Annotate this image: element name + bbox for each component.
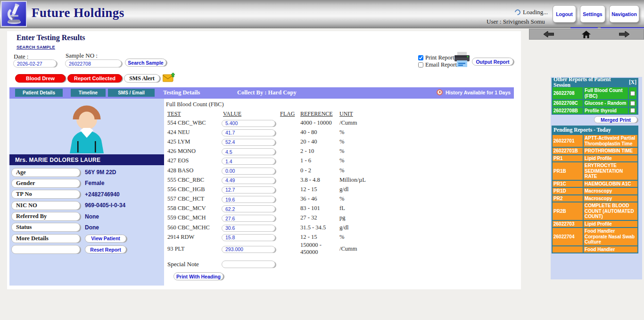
tab-sms-email[interactable]: SMS / Email [108, 89, 155, 97]
test-value-input[interactable] [222, 129, 275, 136]
test-value-input[interactable] [222, 158, 275, 165]
pending-report-row[interactable]: 26022703Lipid Profile [553, 221, 637, 227]
print-with-heading-button[interactable]: Print With Heading [173, 272, 223, 280]
test-name: 556 CBC_HGB [166, 186, 222, 193]
test-value-input[interactable] [222, 234, 275, 241]
test-reference: 3.8 - 4.8 [299, 177, 338, 184]
report-id: PR1D [553, 188, 583, 194]
nav-back-button[interactable] [544, 31, 554, 37]
patient-field-label: Gender [11, 179, 80, 188]
report-name: Macroscopy [584, 195, 637, 202]
test-reference: 2 - 10 [299, 148, 338, 155]
section-bar: Patient Details Timeline SMS / Email Tes… [9, 87, 514, 99]
test-name: 428 BASO [166, 167, 222, 174]
other-report-row[interactable]: 26022708BProfile thyroid [553, 108, 637, 114]
report-select-checkbox[interactable] [630, 101, 635, 106]
pending-report-row[interactable]: PR1BERYTROCYTE SEDIMENTATION RATE [553, 162, 637, 180]
test-value-cell [222, 195, 279, 203]
test-unit: % [338, 138, 366, 145]
merged-print-button[interactable]: Merged Print [594, 116, 637, 123]
settings-button[interactable]: Settings [580, 5, 605, 23]
sample-no-input[interactable] [65, 59, 122, 67]
test-unit: % [338, 148, 366, 155]
test-name: 560 CBC_MCHC [166, 224, 222, 231]
report-select-checkbox[interactable] [630, 91, 635, 96]
test-unit: g/dl [338, 224, 366, 231]
test-value-input[interactable] [222, 246, 275, 253]
email-report-checkbox[interactable] [418, 62, 423, 67]
navigation-button[interactable]: Navigation [609, 5, 639, 23]
test-value-input[interactable] [222, 186, 275, 194]
patient-field-value: 969-0405-I-0-34 [85, 202, 125, 209]
special-note-input[interactable] [222, 261, 275, 268]
test-unit: /Cumm [338, 245, 366, 253]
sms-alert-button[interactable]: SMS Alert [124, 74, 160, 83]
report-id: 26022701 [553, 135, 583, 147]
test-reference: 27 - 32 [299, 214, 338, 221]
patient-field-label: Referred By [11, 212, 80, 221]
report-name: PROTHROMBIN TIME [584, 148, 637, 154]
pending-reports-panel: Pending Reports - Today 26022701APTT-Act… [552, 126, 638, 253]
fbc-group-title: Full Blood Count (FBC) [166, 101, 224, 108]
test-value-input[interactable] [222, 205, 275, 212]
other-report-row[interactable]: 26022708Full Blood Count (FBC) [553, 87, 637, 99]
tab-timeline[interactable]: Timeline [71, 89, 106, 97]
report-collected-button[interactable]: Report Collected [67, 74, 122, 83]
test-value-input[interactable] [222, 168, 275, 175]
pending-report-row[interactable]: 26022701APTT-Activated Partial Thrombopl… [553, 135, 637, 147]
pending-reports-title: Pending Reports - Today [553, 127, 611, 133]
test-row: 424 NEU40 - 80% [166, 127, 378, 137]
test-name: 93 PLT [166, 245, 222, 253]
report-id: PR2B [553, 202, 583, 220]
pending-report-row[interactable]: PR2BCOMPLETE BLOOD COUNT (AUTOMATED COUN… [553, 202, 637, 220]
column-test: TEST [166, 110, 222, 118]
column-flag: FLAG [279, 110, 299, 118]
search-sample-button[interactable]: Search Sample [125, 59, 166, 67]
patient-field-value: None [85, 213, 99, 220]
brand-title: Future Holdings [32, 6, 124, 20]
blood-drew-button[interactable]: Blood Drew [15, 74, 66, 83]
report-id: 26022703 [553, 221, 583, 227]
pending-report-row[interactable]: PR1DMacroscopy [553, 188, 637, 194]
test-name: 426 MONO [166, 148, 222, 155]
view-patient-button[interactable]: View Patient [85, 235, 126, 243]
output-report-button[interactable]: Output Report [472, 58, 513, 66]
test-value-input[interactable] [222, 148, 275, 155]
test-value-input[interactable] [222, 120, 275, 127]
search-sample-link[interactable]: SEARCH SAMPLE [17, 45, 55, 50]
test-value-input[interactable] [222, 177, 275, 184]
report-id: 26022701B [553, 148, 583, 154]
report-select-checkbox[interactable] [630, 108, 635, 113]
nav-forward-button[interactable] [619, 31, 629, 37]
other-report-row[interactable]: 26022708CGlucose - Random [553, 100, 637, 107]
test-reference: 12 - 15 [299, 234, 338, 241]
test-value-input[interactable] [222, 196, 275, 203]
pending-report-row[interactable]: PR1Lipid Profile [553, 155, 637, 162]
test-name: 557 CBC_HCT [166, 195, 222, 202]
reset-report-button[interactable]: Reset Report [85, 245, 126, 253]
app-header: Future Holdings Loading... User : Srivig… [0, 0, 644, 28]
test-value-cell [222, 185, 279, 194]
test-value-input[interactable] [222, 139, 275, 146]
other-reports-close-button[interactable]: [X] [629, 79, 636, 85]
test-value-cell [222, 137, 279, 146]
nav-home-button[interactable] [582, 31, 591, 38]
pending-report-row[interactable]: 26022701BPROTHROMBIN TIME [553, 148, 637, 154]
test-value-input[interactable] [222, 215, 275, 222]
report-id: 26022708 [553, 87, 583, 99]
pending-report-row[interactable]: Food Handler [553, 246, 637, 253]
report-id: 26022708B [553, 108, 583, 114]
patient-field-row: Reset Report [9, 245, 164, 254]
tab-patient-details[interactable]: Patient Details [15, 89, 63, 97]
test-value-input[interactable] [222, 225, 275, 232]
test-value-cell [222, 118, 279, 127]
pending-report-row[interactable]: 26022704Food Handler Corporate Nasal Swa… [553, 228, 637, 245]
test-reference: 150000 - 450000 [299, 242, 338, 256]
email-icon[interactable] [163, 73, 175, 83]
pending-report-row[interactable]: PR2Macroscopy [553, 195, 637, 202]
pending-report-row[interactable]: PR1CHAEMOGLOBIN A1C [553, 181, 637, 187]
logout-button[interactable]: Logout [553, 5, 576, 23]
pending-report-rows: 26022701APTT-Activated Partial Thrombopl… [552, 134, 638, 253]
print-report-checkbox[interactable] [418, 55, 423, 60]
date-input[interactable] [13, 59, 57, 67]
